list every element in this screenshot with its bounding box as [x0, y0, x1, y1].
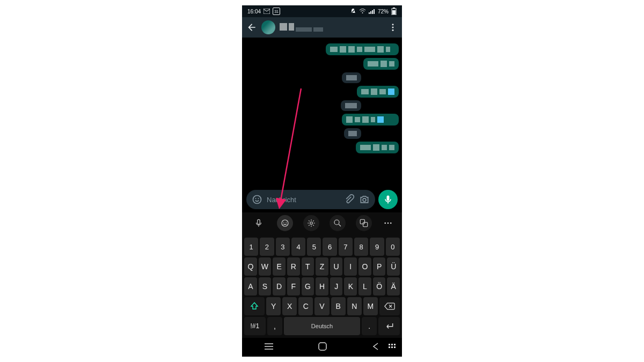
more-options-icon[interactable]: [388, 23, 398, 32]
key-w[interactable]: W: [259, 257, 272, 276]
emoji-icon[interactable]: [252, 194, 262, 205]
nav-back-icon[interactable]: [371, 342, 380, 351]
key-d[interactable]: D: [273, 277, 286, 295]
key-t[interactable]: T: [302, 257, 314, 276]
key-m[interactable]: M: [363, 297, 378, 315]
key-3[interactable]: 3: [276, 238, 290, 256]
nav-keyboard-switch-icon[interactable]: [388, 343, 397, 350]
message-input[interactable]: Nachricht: [246, 190, 375, 209]
contact-name-pixelated[interactable]: [280, 23, 384, 32]
key-a[interactable]: A: [244, 277, 257, 295]
svg-point-28: [387, 223, 389, 224]
message-composer: Nachricht: [242, 187, 402, 212]
kb-settings-icon[interactable]: [303, 215, 319, 231]
backspace-key[interactable]: [379, 297, 400, 315]
phone-frame: 16:04 31 72%: [242, 5, 402, 357]
svg-rect-37: [391, 344, 393, 345]
key-k[interactable]: K: [344, 277, 357, 295]
key-p[interactable]: P: [373, 257, 386, 276]
space-key[interactable]: Deutsch: [284, 317, 360, 335]
message-in[interactable]: [342, 72, 361, 83]
key-o[interactable]: O: [358, 257, 371, 276]
svg-point-16: [363, 198, 366, 202]
key-0[interactable]: 0: [386, 238, 400, 256]
period-key[interactable]: .: [362, 317, 377, 335]
svg-rect-4: [370, 11, 371, 14]
key-r[interactable]: R: [287, 257, 300, 276]
message-out[interactable]: [363, 58, 399, 70]
svg-rect-18: [257, 219, 260, 224]
key-4[interactable]: 4: [291, 238, 305, 256]
attach-icon[interactable]: [344, 194, 355, 205]
symbols-key[interactable]: !#1: [244, 317, 266, 335]
key-5[interactable]: 5: [307, 238, 321, 256]
key-i[interactable]: I: [344, 257, 357, 276]
svg-rect-41: [394, 346, 396, 348]
key-n[interactable]: N: [347, 297, 362, 315]
key-ü[interactable]: Ü: [387, 257, 400, 276]
kb-search-icon[interactable]: [330, 215, 346, 231]
keyboard-row-bottom: !#1 , Deutsch .: [244, 317, 400, 335]
battery-icon: [391, 8, 397, 15]
key-ä[interactable]: Ä: [387, 277, 400, 295]
key-h[interactable]: H: [316, 277, 328, 295]
message-in[interactable]: [341, 100, 361, 111]
nav-recent-icon[interactable]: [264, 342, 274, 351]
key-s[interactable]: S: [259, 277, 272, 295]
message-in[interactable]: [344, 128, 361, 139]
key-9[interactable]: 9: [370, 238, 384, 256]
message-out[interactable]: [326, 43, 399, 55]
voice-record-button[interactable]: [378, 190, 398, 209]
key-z[interactable]: Z: [316, 257, 328, 276]
svg-rect-36: [389, 344, 390, 345]
svg-point-12: [392, 29, 394, 31]
message-out[interactable]: [342, 114, 399, 125]
key-7[interactable]: 7: [339, 238, 353, 256]
kb-more-icon[interactable]: [382, 215, 394, 231]
key-g[interactable]: G: [302, 277, 314, 295]
message-out[interactable]: [357, 86, 399, 98]
kb-voice-icon[interactable]: [251, 215, 267, 231]
statusbar: 16:04 31 72%: [242, 5, 402, 17]
kb-translate-icon[interactable]: [356, 215, 372, 231]
enter-key[interactable]: [378, 317, 400, 335]
svg-point-29: [390, 223, 391, 224]
contact-avatar[interactable]: [261, 20, 275, 34]
key-e[interactable]: E: [273, 257, 286, 276]
key-u[interactable]: U: [330, 257, 343, 276]
wifi-icon: [359, 9, 366, 14]
camera-icon[interactable]: [359, 194, 370, 205]
key-c[interactable]: C: [298, 297, 313, 315]
svg-point-19: [282, 220, 288, 226]
keyboard-row-numbers: 1234567890: [244, 238, 400, 256]
key-2[interactable]: 2: [260, 238, 274, 256]
key-x[interactable]: X: [282, 297, 297, 315]
key-l[interactable]: L: [358, 277, 371, 295]
kb-emoji-icon[interactable]: [277, 215, 293, 231]
calendar-date-icon: 31: [273, 8, 280, 15]
status-time: 16:04: [247, 9, 261, 14]
keyboard-row-1: QWERTZUIOPÜ: [244, 257, 400, 276]
message-placeholder: Nachricht: [267, 196, 340, 204]
key-q[interactable]: Q: [244, 257, 257, 276]
comma-key[interactable]: ,: [267, 317, 282, 335]
back-icon[interactable]: [246, 22, 257, 33]
key-b[interactable]: B: [331, 297, 346, 315]
svg-rect-38: [394, 344, 396, 345]
message-out[interactable]: [356, 142, 399, 153]
key-6[interactable]: 6: [323, 238, 336, 256]
message-icon: [264, 9, 270, 14]
key-y[interactable]: Y: [266, 297, 281, 315]
shift-key[interactable]: [244, 297, 265, 315]
svg-point-2: [362, 12, 363, 13]
mute-icon: [350, 8, 356, 14]
key-j[interactable]: J: [330, 277, 343, 295]
key-f[interactable]: F: [287, 277, 300, 295]
key-v[interactable]: V: [314, 297, 329, 315]
svg-rect-6: [374, 9, 375, 14]
chat-messages[interactable]: [242, 38, 402, 187]
key-ö[interactable]: Ö: [373, 277, 386, 295]
key-1[interactable]: 1: [244, 238, 258, 256]
nav-home-icon[interactable]: [318, 342, 327, 351]
key-8[interactable]: 8: [354, 238, 368, 256]
